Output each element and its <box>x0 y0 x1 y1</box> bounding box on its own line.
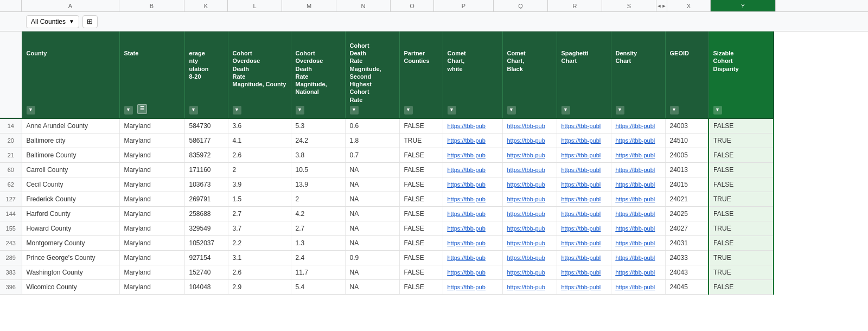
spaghetti-cell[interactable]: https://tbb-publ <box>557 148 611 163</box>
comet-black-cell[interactable]: https://tbb-pub <box>502 236 557 251</box>
spaghetti-cell[interactable]: https://tbb-publ <box>557 280 611 295</box>
header-county[interactable]: County ▼ <box>22 31 119 118</box>
geoid-cell: 24025 <box>665 207 709 221</box>
comet-black-cell[interactable]: https://tbb-pub <box>502 192 557 207</box>
density-cell[interactable]: https://tbb-publ <box>611 192 665 207</box>
p-filter-icon[interactable]: ▼ <box>448 106 456 114</box>
density-cell[interactable]: https://tbb-publ <box>611 236 665 251</box>
comet-black-cell[interactable]: https://tbb-pub <box>502 280 557 295</box>
comet-black-cell[interactable]: https://tbb-pub <box>502 148 557 163</box>
comet-black-cell[interactable]: https://tbb-pub <box>502 163 557 177</box>
state-filter-icon[interactable]: ▼ <box>124 106 133 114</box>
spaghetti-cell[interactable]: https://tbb-publ <box>557 163 611 177</box>
comet-white-cell[interactable]: https://tbb-pub <box>443 265 502 280</box>
comet-white-cell[interactable]: https://tbb-pub <box>443 163 502 177</box>
col-letter-m[interactable]: M <box>282 0 336 11</box>
comet-white-cell[interactable]: https://tbb-pub <box>443 236 502 251</box>
sizable-cohort-cell: FALSE <box>709 280 774 295</box>
col-letter-b[interactable]: B <box>119 0 184 11</box>
density-cell[interactable]: https://tbb-publ <box>611 280 665 295</box>
comet-black-cell[interactable]: https://tbb-pub <box>502 118 557 133</box>
col-letter-q[interactable]: Q <box>494 0 548 11</box>
header-k[interactable]: eragentyulation8-20 ▼ <box>184 31 228 118</box>
col-letter-s[interactable]: S <box>602 0 656 11</box>
density-cell[interactable]: https://tbb-publ <box>611 148 665 163</box>
density-cell[interactable]: https://tbb-publ <box>611 221 665 236</box>
comet-white-cell[interactable]: https://tbb-pub <box>443 280 502 295</box>
header-p[interactable]: CometChart,white ▼ <box>443 31 502 118</box>
header-s[interactable]: DensityChart ▼ <box>611 31 665 118</box>
comet-white-cell[interactable]: https://tbb-pub <box>443 177 502 192</box>
header-y[interactable]: SizableCohortDisparity ▼ <box>709 31 774 118</box>
col-letter-p[interactable]: P <box>434 0 494 11</box>
sizable-cohort-cell: TRUE <box>709 133 774 148</box>
col-letter-l[interactable]: L <box>228 0 282 11</box>
density-cell[interactable]: https://tbb-publ <box>611 265 665 280</box>
spaghetti-cell[interactable]: https://tbb-publ <box>557 207 611 221</box>
comet-black-cell[interactable]: https://tbb-pub <box>502 265 557 280</box>
spaghetti-cell[interactable]: https://tbb-publ <box>557 192 611 207</box>
density-cell[interactable]: https://tbb-publ <box>611 133 665 148</box>
density-cell[interactable]: https://tbb-publ <box>611 251 665 265</box>
l-filter-icon[interactable]: ▼ <box>233 106 241 114</box>
header-q[interactable]: CometChart,Black ▼ <box>502 31 557 118</box>
s-filter-icon[interactable]: ▼ <box>616 106 624 114</box>
header-l[interactable]: CohortOverdoseDeathRateMagnitude, County… <box>228 31 291 118</box>
col-letter-a[interactable]: A <box>22 0 119 11</box>
density-cell[interactable]: https://tbb-publ <box>611 177 665 192</box>
comet-white-cell[interactable]: https://tbb-pub <box>443 192 502 207</box>
comet-white-cell[interactable]: https://tbb-pub <box>443 251 502 265</box>
spaghetti-cell[interactable]: https://tbb-publ <box>557 221 611 236</box>
table-row: 21Baltimore CountyMaryland8359722.63.80.… <box>0 148 774 163</box>
row-number: 155 <box>0 221 22 236</box>
all-counties-dropdown[interactable]: All Counties ▼ <box>26 15 79 28</box>
col-letter-n[interactable]: N <box>336 0 391 11</box>
header-r[interactable]: SpaghettiChart ▼ <box>557 31 611 118</box>
col-scroll-arrows[interactable]: ◄► <box>656 0 667 11</box>
comet-white-cell[interactable]: https://tbb-pub <box>443 148 502 163</box>
spaghetti-cell[interactable]: https://tbb-publ <box>557 118 611 133</box>
density-cell[interactable]: https://tbb-publ <box>611 163 665 177</box>
comet-black-cell[interactable]: https://tbb-pub <box>502 177 557 192</box>
comet-black-cell[interactable]: https://tbb-pub <box>502 133 557 148</box>
comet-white-cell[interactable]: https://tbb-pub <box>443 133 502 148</box>
comet-white-cell[interactable]: https://tbb-pub <box>443 118 502 133</box>
col-letter-r[interactable]: R <box>548 0 602 11</box>
density-cell[interactable]: https://tbb-publ <box>611 207 665 221</box>
spaghetti-cell[interactable]: https://tbb-publ <box>557 265 611 280</box>
header-state[interactable]: State ▼ ☰ <box>119 31 184 118</box>
spaghetti-cell[interactable]: https://tbb-publ <box>557 133 611 148</box>
table-row: 60Carroll CountyMaryland171160210.5NAFAL… <box>0 163 774 177</box>
col-letter-y[interactable]: Y <box>711 0 776 11</box>
comet-black-cell[interactable]: https://tbb-pub <box>502 207 557 221</box>
spaghetti-cell[interactable]: https://tbb-publ <box>557 177 611 192</box>
header-m[interactable]: CohortOverdoseDeathRateMagnitude,Nationa… <box>291 31 345 118</box>
comet-white-cell[interactable]: https://tbb-pub <box>443 207 502 221</box>
density-cell[interactable]: https://tbb-publ <box>611 118 665 133</box>
col-letter-x[interactable]: X <box>667 0 711 11</box>
county-filter-icon[interactable]: ▼ <box>27 106 35 114</box>
r-filter-icon[interactable]: ▼ <box>561 106 570 114</box>
n-filter-icon[interactable]: ▼ <box>350 106 359 114</box>
header-n[interactable]: CohortDeathRateMagnitude,SecondHighestCo… <box>345 31 399 118</box>
o-filter-icon[interactable]: ▼ <box>404 106 413 114</box>
spaghetti-cell[interactable]: https://tbb-publ <box>557 251 611 265</box>
q-filter-icon[interactable]: ▼ <box>507 106 516 114</box>
table-row: 243Montgomery CountyMaryland10520372.21.… <box>0 236 774 251</box>
comet-black-cell[interactable]: https://tbb-pub <box>502 251 557 265</box>
state-active-filter-icon[interactable]: ☰ <box>137 104 147 114</box>
y-filter-icon[interactable]: ▼ <box>713 106 722 114</box>
x-filter-icon[interactable]: ▼ <box>670 106 679 114</box>
col-letter-k[interactable]: K <box>184 0 228 11</box>
header-x-label: GEOID <box>670 49 704 104</box>
comet-white-cell[interactable]: https://tbb-pub <box>443 221 502 236</box>
col-letter-o[interactable]: O <box>391 0 434 11</box>
comet-black-cell[interactable]: https://tbb-pub <box>502 221 557 236</box>
m-filter-icon[interactable]: ▼ <box>296 106 304 114</box>
k-filter-icon[interactable]: ▼ <box>189 106 198 114</box>
table-view-button[interactable]: ⊞ <box>82 15 98 28</box>
spaghetti-cell[interactable]: https://tbb-publ <box>557 236 611 251</box>
county-cell: Anne Arundel County <box>22 118 119 133</box>
header-x[interactable]: GEOID ▼ <box>665 31 709 118</box>
header-o[interactable]: PartnerCounties ▼ <box>399 31 443 118</box>
